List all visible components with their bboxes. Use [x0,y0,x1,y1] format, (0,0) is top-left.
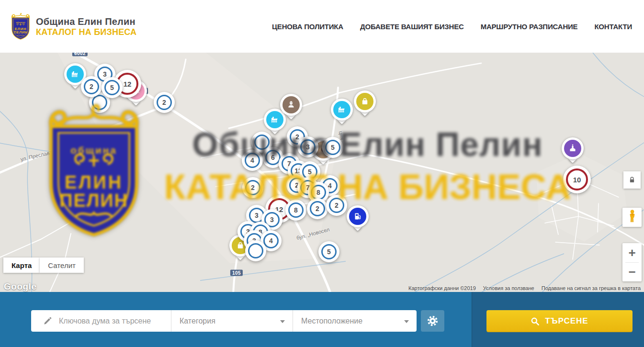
gear-icon [427,315,438,326]
map-attribution: Картографски данни ©2019 Условия за полз… [408,285,641,291]
search-right-panel: ТЪРСЕНЕ [472,292,644,347]
site-title: Община Елин Пелин [36,16,136,27]
logo-link[interactable]: община ЕЛИН ПЕЛИН Община Елин Пелин КАТА… [10,12,136,40]
map-type-satellite-button[interactable]: Сателит [40,257,84,273]
pegman-button[interactable] [622,208,642,227]
settings-button[interactable] [421,310,444,332]
cluster-count: 5 [104,80,120,95]
pegman-icon [627,209,637,226]
crest-name-line2: ПЕЛИН [14,30,28,34]
report-map-error-link[interactable]: Подаване на сигнал за грешка в картата [542,285,641,291]
cluster-count: 5 [321,244,337,259]
nav-pricing-policy[interactable]: ЦЕНОВА ПОЛИТИКА [272,22,343,31]
cluster-count: 4 [245,153,260,168]
cluster-count [254,134,270,150]
chevron-down-icon [280,320,285,323]
page: община ЕЛИН ПЕЛИН Община Елин Пелин КАТА… [0,0,644,347]
lock-button[interactable] [623,171,641,189]
cluster-marker[interactable] [245,240,266,261]
cluster-count [92,95,107,110]
attribution-copyright: Картографски данни ©2019 [408,285,476,291]
municipality-crest-icon: община ЕЛИН ПЕЛИН [10,12,32,40]
search-section: Категория Местоположение ТЪРСЕНЕ [0,292,644,347]
site-header: община ЕЛИН ПЕЛИН Община Елин Пелин КАТА… [0,0,644,53]
keyword-field[interactable] [31,310,171,332]
location-select[interactable]: Местоположение [293,310,417,332]
cluster-count: 2 [310,201,325,216]
cluster-count: 10 [566,168,588,190]
cluster-count: 3 [300,139,316,155]
location-select-label: Местоположение [301,317,362,325]
lock-icon [628,176,636,184]
nav-contacts[interactable]: КОНТАКТИ [594,22,632,31]
cluster-count: 2 [84,79,99,94]
cluster-marker[interactable]: 2 [307,198,328,219]
cluster-count [248,243,263,258]
cluster-marker[interactable]: 10 [563,166,591,193]
zoom-in-button[interactable]: + [622,243,642,262]
map-canvas[interactable]: 6002105ул. Преславбул. „Новоселция 31225… [0,53,644,292]
site-subtitle: КАТАЛОГ НА БИЗНЕСА [36,27,136,37]
keyword-input[interactable] [58,316,165,326]
cluster-marker[interactable]: 5 [318,241,339,262]
category-select[interactable]: Категория [171,310,293,332]
nav-route-schedule[interactable]: МАРШРУТНО РАЗПИСАНИЕ [481,22,578,31]
map-type-map-button[interactable]: Карта [3,257,40,273]
cluster-count: 2 [245,180,260,195]
chevron-down-icon [404,320,409,323]
category-select-label: Категория [180,317,215,325]
cluster-marker[interactable]: 2 [81,76,102,97]
cluster-count: 5 [325,140,340,155]
zoom-control: + − [622,243,642,281]
search-button-label: ТЪРСЕНЕ [545,316,588,326]
map-type-control: Карта Сателит [3,257,84,273]
cluster-count: 2 [329,198,344,213]
cluster-marker[interactable]: 5 [322,137,343,158]
terms-of-use-link[interactable]: Условия за ползване [483,285,534,291]
cluster-marker[interactable]: 5 [102,77,123,98]
cluster-marker[interactable]: 2 [326,195,347,216]
cluster-markers-layer: 3122522356471352274812822333834510 [0,53,644,292]
pencil-icon [43,316,52,325]
cluster-marker[interactable]: 2 [154,92,175,113]
search-button[interactable]: ТЪРСЕНЕ [486,310,633,332]
search-form: Категория Местоположение [31,310,417,332]
cluster-count: 2 [157,95,172,110]
main-nav: ЦЕНОВА ПОЛИТИКА ДОБАВЕТЕ ВАШИЯТ БИЗНЕС М… [272,22,632,31]
zoom-out-button[interactable]: − [622,263,642,282]
cluster-count: 4 [263,233,279,248]
google-logo[interactable]: Google [4,281,36,292]
cluster-marker[interactable]: 3 [297,136,318,157]
cluster-marker[interactable]: 8 [285,200,306,221]
cluster-marker[interactable]: 2 [242,177,263,198]
nav-add-your-business[interactable]: ДОБАВЕТЕ ВАШИЯТ БИЗНЕС [360,22,464,31]
search-icon [531,317,540,326]
cluster-marker[interactable]: 4 [242,150,263,171]
cluster-count: 8 [288,202,304,218]
